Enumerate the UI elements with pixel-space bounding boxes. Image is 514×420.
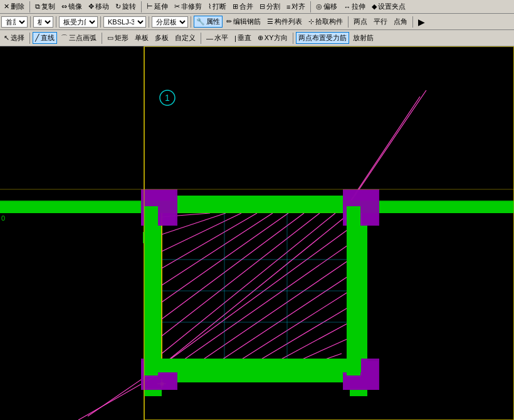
extend-button[interactable]: ⊢ 延伸 <box>144 1 170 13</box>
separator-9 <box>348 16 349 28</box>
align-button[interactable]: ≡ 对齐 <box>284 1 308 13</box>
drawing-canvas: 1 0 7000 <box>0 46 514 420</box>
radial-rebar-button[interactable]: 放射筋 <box>350 32 376 44</box>
copy-button[interactable]: ⧉ 复制 <box>33 1 58 13</box>
two-point-place-rebar-button[interactable]: 两点布置受力筋 <box>296 32 349 44</box>
svg-text:0: 0 <box>1 214 5 222</box>
floor-select[interactable]: 首层 <box>1 16 28 28</box>
svg-rect-52 <box>144 206 158 375</box>
toolbar-row-1: ✕ 删除 ⧉ 复制 ⇔ 镜像 ✥ 移动 ↻ 旋转 ⊢ 延伸 ✂ 非修剪 ⌇ 打断… <box>0 0 514 14</box>
setgrip-button[interactable]: ◆ 设置夹点 <box>369 1 408 13</box>
pick-component-button[interactable]: ⊹ 拾取构件 <box>306 16 345 28</box>
vertical-button[interactable]: | 垂直 <box>232 32 254 44</box>
separator-10 <box>412 16 413 28</box>
single-board-button[interactable]: 单板 <box>132 32 151 44</box>
two-point-button[interactable]: 两点 <box>351 16 370 28</box>
svg-rect-55 <box>143 232 157 243</box>
separator-11 <box>29 33 30 44</box>
three-point-arc-button[interactable]: ⌒ 三点画弧 <box>58 32 99 44</box>
svg-rect-53 <box>347 206 360 375</box>
offset-button[interactable]: ◎ 偏移 <box>313 1 340 13</box>
separator-4 <box>30 16 31 28</box>
separator-2 <box>141 1 142 13</box>
svg-rect-54 <box>144 359 361 372</box>
stretch-button[interactable]: ↔ 拉伸 <box>341 1 368 13</box>
separator-12 <box>102 33 102 44</box>
component-type-select[interactable]: 板 <box>33 16 53 28</box>
separator-13 <box>201 33 201 44</box>
separator-6 <box>100 16 101 28</box>
rebar-type-select[interactable]: 板受力筋 <box>59 16 98 28</box>
separator-5 <box>56 16 56 28</box>
delete-button[interactable]: ✕ 删除 <box>1 1 27 13</box>
edit-rebar-button[interactable]: ✏ 编辑钢筋 <box>224 16 263 28</box>
properties-button[interactable]: 🔧 属性 <box>194 16 223 28</box>
svg-rect-47 <box>0 201 514 213</box>
canvas-area[interactable]: 1 0 7000 <box>0 46 514 420</box>
custom-button[interactable]: 自定义 <box>172 32 198 44</box>
line-button[interactable]: ╱ 直线 <box>33 32 57 44</box>
break-button[interactable]: ⌇ 打断 <box>206 1 229 13</box>
component-list-button[interactable]: ☰ 构件列表 <box>265 16 305 28</box>
separator-1 <box>29 1 30 13</box>
multi-board-button[interactable]: 多板 <box>152 32 171 44</box>
xy-direction-button[interactable]: ⊕ XY方向 <box>255 32 290 44</box>
separator-14 <box>293 33 293 44</box>
toolbar-row-3: ↖ 选择 ╱ 直线 ⌒ 三点画弧 ▭ 矩形 单板 多板 自定义 — 水平 | 垂… <box>0 30 514 46</box>
separator-8 <box>191 16 191 28</box>
notrim-button[interactable]: ✂ 非修剪 <box>172 1 204 13</box>
mirror-button[interactable]: ⇔ 镜像 <box>59 1 85 13</box>
separator-7 <box>149 16 149 28</box>
horizontal-button[interactable]: — 水平 <box>204 32 231 44</box>
component-name-select[interactable]: KBSLJ-3 <box>103 16 146 28</box>
rotate-button[interactable]: ↻ 旋转 <box>113 1 139 13</box>
svg-text:1: 1 <box>165 93 170 103</box>
separator-3 <box>310 1 311 13</box>
extra-button[interactable]: ▶ <box>416 16 427 28</box>
layer-select[interactable]: 分层板1 <box>152 16 188 28</box>
select-button[interactable]: ↖ 选择 <box>1 32 27 44</box>
rect-button[interactable]: ▭ 矩形 <box>105 32 131 44</box>
split-button[interactable]: ⊟ 分割 <box>257 1 283 13</box>
point-angle-button[interactable]: 点角 <box>391 16 410 28</box>
move-button[interactable]: ✥ 移动 <box>86 1 112 13</box>
parallel-button[interactable]: 平行 <box>371 16 390 28</box>
toolbar-row-2: 首层 板 板受力筋 KBSLJ-3 分层板1 🔧 属性 ✏ 编辑钢筋 ☰ 构件列… <box>0 14 514 30</box>
merge-button[interactable]: ⊞ 合并 <box>230 1 256 13</box>
